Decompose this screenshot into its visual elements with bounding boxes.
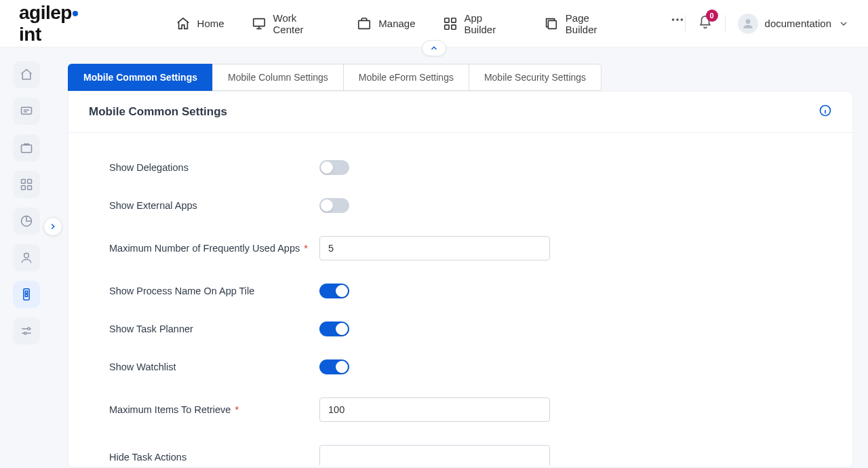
label-show-task-planner: Show Task Planner (109, 324, 319, 334)
grid-icon (443, 16, 458, 31)
label-show-watchlist: Show Watchlist (109, 362, 319, 372)
svg-point-8 (676, 18, 679, 21)
input-max-freq-apps[interactable] (319, 236, 550, 260)
collapse-topbar-button[interactable] (422, 40, 446, 56)
user-name: documentation (765, 18, 831, 29)
nav-more[interactable] (670, 12, 685, 35)
monitor-icon (252, 16, 267, 31)
chevron-up-icon (429, 43, 439, 53)
nav-manage[interactable]: Manage (357, 12, 415, 35)
input-max-items-retrieve[interactable] (319, 397, 550, 422)
sidebar-item-briefcase[interactable] (13, 134, 40, 161)
toggle-show-process-name[interactable] (319, 284, 349, 298)
briefcase-icon (20, 141, 33, 155)
nav-work-center-label: Work Center (273, 12, 330, 35)
expand-sidebar-button[interactable] (43, 217, 62, 236)
toggle-show-external-apps[interactable] (319, 198, 349, 213)
nav-home[interactable]: Home (176, 12, 224, 35)
notifications-badge: 0 (706, 9, 718, 22)
user-icon (741, 17, 755, 31)
nav-home-label: Home (197, 18, 224, 29)
sidebar-item-apps[interactable] (13, 171, 40, 198)
sidebar (0, 47, 53, 468)
sliders-icon (20, 324, 33, 338)
chevron-right-icon (48, 222, 58, 231)
tab-mobile-security[interactable]: Mobile Security Settings (469, 64, 601, 91)
svg-rect-2 (444, 18, 448, 22)
field-max-items-retrieve: Maximum Items To Retrieve * (109, 397, 812, 422)
svg-rect-16 (28, 186, 32, 190)
svg-rect-4 (444, 24, 448, 28)
svg-point-22 (28, 328, 30, 330)
layout: Mobile Common Settings Mobile Column Set… (0, 47, 868, 468)
sidebar-item-settings[interactable] (13, 317, 40, 345)
sidebar-item-home[interactable] (13, 61, 40, 88)
tab-mobile-column[interactable]: Mobile Column Settings (212, 64, 343, 91)
topnav: Home Work Center Manage App Builder Page… (176, 12, 685, 35)
svg-point-7 (671, 18, 674, 21)
svg-rect-0 (253, 18, 264, 26)
toggle-show-watchlist[interactable] (319, 359, 349, 374)
divider (685, 15, 686, 33)
svg-rect-21 (25, 294, 27, 296)
toggle-show-task-planner[interactable] (319, 321, 349, 336)
label-show-external-apps: Show External Apps (109, 200, 319, 211)
copy-icon (544, 16, 559, 31)
svg-rect-13 (22, 180, 26, 184)
user-menu[interactable]: documentation (738, 14, 849, 34)
briefcase-icon (357, 16, 372, 31)
nav-page-builder[interactable]: Page Builder (544, 12, 624, 35)
field-show-process-name: Show Process Name On App Tile (109, 284, 812, 298)
sidebar-item-users[interactable] (13, 244, 40, 271)
label-show-process-name: Show Process Name On App Tile (109, 286, 319, 296)
info-icon (818, 104, 832, 117)
svg-rect-20 (25, 291, 27, 293)
panel-title: Mobile Common Settings (89, 105, 227, 119)
notifications-button[interactable]: 0 (698, 15, 713, 33)
field-show-task-planner: Show Task Planner (109, 321, 812, 336)
svg-rect-6 (548, 20, 556, 28)
label-max-freq-apps: Maximum Number of Frequently Used Apps * (109, 243, 319, 254)
svg-rect-14 (28, 180, 32, 184)
info-button[interactable] (818, 104, 832, 120)
svg-point-18 (24, 253, 29, 258)
topbar-right: 0 documentation (685, 14, 849, 34)
field-show-external-apps: Show External Apps (109, 198, 812, 213)
nav-app-builder[interactable]: App Builder (443, 12, 517, 35)
nav-app-builder-label: App Builder (464, 12, 516, 35)
svg-rect-15 (22, 186, 26, 190)
tabs: Mobile Common Settings Mobile Column Set… (68, 64, 853, 91)
avatar (738, 14, 758, 34)
tab-mobile-eform[interactable]: Mobile eForm Settings (343, 64, 469, 91)
settings-panel: Mobile Common Settings Show Delegations … (68, 91, 853, 468)
label-max-items-retrieve: Maximum Items To Retrieve * (109, 404, 319, 415)
home-icon (20, 68, 33, 81)
svg-rect-5 (451, 24, 455, 28)
field-hide-task-actions: Hide Task Actions (109, 445, 812, 465)
topbar: agilepint Home Work Center Manage App Bu… (0, 0, 868, 47)
svg-point-10 (745, 19, 750, 24)
nav-manage-label: Manage (378, 18, 415, 29)
apps-icon (20, 178, 33, 191)
toggle-show-delegations[interactable] (319, 160, 349, 175)
panel-body: Show Delegations Show External Apps Maxi… (68, 133, 852, 465)
svg-rect-1 (359, 20, 370, 28)
panel-header: Mobile Common Settings (68, 92, 852, 133)
svg-point-23 (24, 332, 26, 334)
tab-mobile-common[interactable]: Mobile Common Settings (68, 64, 212, 91)
divider (725, 15, 726, 33)
sidebar-item-presentation[interactable] (13, 98, 40, 125)
input-hide-task-actions[interactable] (319, 445, 550, 465)
home-icon (176, 16, 191, 31)
field-max-freq-apps: Maximum Number of Frequently Used Apps * (109, 236, 812, 260)
svg-rect-11 (22, 107, 32, 114)
chevron-down-icon (838, 18, 849, 29)
more-icon (670, 12, 685, 27)
field-show-watchlist: Show Watchlist (109, 359, 812, 374)
logo: agilepint (19, 2, 101, 45)
svg-rect-12 (22, 145, 32, 153)
presentation-icon (20, 104, 33, 118)
sidebar-item-analytics[interactable] (13, 208, 40, 235)
sidebar-item-mobile[interactable] (13, 281, 40, 308)
nav-work-center[interactable]: Work Center (252, 12, 330, 35)
